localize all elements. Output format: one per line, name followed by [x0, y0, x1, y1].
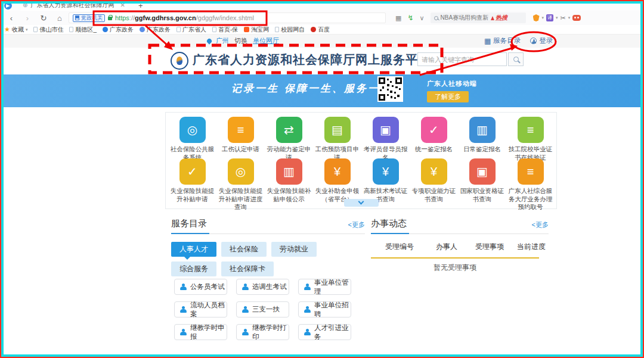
tab-title: 广东省人力资源和社会保障厅网 — [30, 1, 117, 10]
tab-labor-employment[interactable]: 劳动就业 — [271, 242, 317, 257]
bookmark-item[interactable]: 百度 — [311, 26, 330, 34]
caret-icon[interactable]: ▾ — [568, 15, 571, 20]
table-divider — [371, 257, 539, 259]
quicklink-continuing-education-hours-print[interactable]: 继教学时打印 — [236, 324, 289, 340]
bookmark-item[interactable]: 淘宝网 — [244, 26, 269, 34]
search-icon — [434, 16, 438, 20]
unit-hall-link[interactable]: 单位网厅 — [253, 36, 279, 45]
service-work-injury-recognition[interactable]: ≡工伤认定申请 — [216, 117, 265, 161]
person-icon — [180, 284, 187, 290]
bookmark-item[interactable]: 首页-保 — [212, 26, 238, 34]
baidu-icon — [311, 27, 316, 32]
title-underline — [371, 233, 409, 234]
quicklink-three-supports-one-assistance[interactable]: 三支一扶 — [236, 301, 289, 317]
quicklink-mobile-personnel-files[interactable]: 流动人员档案 — [174, 301, 227, 317]
browser-search-box[interactable]: NBA赛场用狗查新 热搜 — [431, 13, 526, 23]
browser-tab[interactable]: ⊕ 广东省人力资源和社会保障厅网 ✕ — [20, 0, 128, 11]
user-circle-icon — [530, 38, 537, 44]
tab-close-icon[interactable]: ✕ — [120, 2, 125, 8]
search-icon — [513, 57, 519, 62]
service-hall-appointment-ticket[interactable]: ≡广东人社综合服务大厅业务办理预约取号 — [506, 158, 555, 211]
gov-agency-badge: 党政机关 — [73, 14, 105, 22]
expand-services-button[interactable] — [344, 199, 379, 207]
service-national-vocational-certificate-query[interactable]: ▣国家职业资格证书查询 — [458, 158, 506, 211]
person-doc-icon: ▣ — [469, 158, 496, 185]
service-special-ability-certificate-query[interactable]: ¥专项职业能力证书查询 — [410, 158, 458, 211]
page-icon — [33, 27, 38, 32]
caret-icon[interactable]: ▾ — [542, 15, 544, 20]
empty-state-text: 暂无受理事项 — [371, 263, 539, 273]
tab-social-insurance[interactable]: 社会保险 — [221, 242, 267, 257]
bookmark-item[interactable]: 佛山市住 — [33, 26, 63, 34]
site-title: 广东省人力资源和社会保障厅网上服务平台 — [193, 52, 431, 68]
bookmark-item[interactable]: 校园网自 — [275, 26, 305, 34]
translate-icon[interactable]: 译 — [546, 14, 553, 21]
service-directory-more-link[interactable]: <更多 — [348, 220, 365, 229]
address-bar[interactable]: 党政机关 https://ggfw.gdhrss.gov.cn/gdggfw/i… — [69, 13, 386, 23]
service-technical-school-certificate-verify[interactable]: ≡技工院校毕业证书在线验证 — [506, 117, 555, 161]
keyword-search-input[interactable] — [417, 52, 507, 66]
new-tab-button[interactable]: + — [138, 1, 143, 10]
tab-favicon-icon: ⊕ — [23, 2, 27, 8]
bookmark-item[interactable]: 广东省人 — [177, 26, 206, 34]
id-card-icon: ▥ — [469, 117, 496, 143]
back-icon[interactable]: ‹ — [7, 14, 16, 23]
page-icon — [69, 27, 73, 32]
service-skill-subsidy-publicity[interactable]: ▥失业保险技能补贴申领公示 — [265, 158, 313, 211]
service-directory-section: 服务目录 <更多 人事人才 社会保险 劳动就业 综合服务 社会保障卡 — [171, 218, 365, 276]
quicklink-selected-graduate-exam[interactable]: 选调生考试 — [236, 279, 289, 295]
service-injury-prevention-project[interactable]: ▤工伤预防项目申请 — [313, 117, 361, 161]
quicklink-civil-service-exam[interactable]: 公务员考试 — [174, 279, 227, 295]
service-directory-link[interactable]: ▦服务目录 — [484, 36, 521, 45]
service-labor-capacity-appraisal[interactable]: ⇄劳动能力鉴定申请 — [265, 117, 313, 161]
document-icon: ≡ — [228, 117, 254, 143]
toolbar-chevron-icon[interactable]: ∨ — [419, 14, 424, 22]
tab-personnel-talent[interactable]: 人事人才 — [171, 242, 216, 257]
service-unemployment-skill-subsidy-progress[interactable]: ◎失业保险技能提升补贴申请进度查询 — [216, 158, 265, 211]
quicklink-public-institution-management[interactable]: 事业单位管理 — [298, 279, 351, 295]
hot-search-badge: 热搜 — [491, 14, 507, 22]
form-icon: ▤ — [324, 117, 351, 143]
lock-icon — [108, 17, 112, 20]
ticket-doc-icon: ≡ — [518, 158, 544, 185]
bookmark-item[interactable]: 广东政务 — [140, 26, 171, 34]
page-icon — [275, 27, 279, 32]
activity-section: 办事动态 <更多 受理编号 办事人 受理事项 当前进度 暂无受理事项 — [371, 218, 549, 273]
activity-more-link[interactable]: <更多 — [532, 220, 549, 229]
login-button[interactable]: 登录 — [530, 36, 553, 45]
tab-social-security-card[interactable]: 社会保障卡 — [221, 262, 274, 276]
home-icon[interactable]: ⌂ — [55, 14, 64, 23]
security-shield-icon[interactable] — [533, 14, 540, 21]
game-center-icon[interactable] — [572, 15, 581, 21]
switch-city-link[interactable]: 切换 — [234, 36, 247, 45]
person-icon — [242, 284, 249, 290]
service-unemployment-skill-subsidy-apply[interactable]: ✓失业保险技能提升补贴申请 — [168, 158, 216, 211]
service-unified-appraisal-signup[interactable]: ✓统一鉴定报名 — [410, 117, 458, 161]
quicklink-continuing-education-hours-report[interactable]: 继教学时申报 — [174, 324, 227, 340]
bookmark-item[interactable]: 顺德区_ — [69, 26, 97, 34]
forward-icon[interactable]: › — [23, 14, 32, 23]
browser-logo-icon[interactable] — [4, 2, 12, 10]
caret-icon[interactable]: ▾ — [556, 15, 558, 20]
learn-more-button[interactable]: 了解更多 — [427, 91, 469, 102]
tab-comprehensive-service[interactable]: 综合服务 — [171, 262, 216, 276]
reader-mode-icon[interactable]: ▦ — [395, 14, 401, 22]
page-url: https://ggfw.gdhrss.gov.cn/gdggfw/index.… — [115, 14, 254, 21]
keyword-search-button[interactable] — [508, 52, 524, 66]
service-assessor-supervisor-signup[interactable]: ▣考评员督导员报名 — [361, 117, 410, 161]
quicklink-talent-introduction[interactable]: 人才引进业务 — [298, 324, 351, 340]
screenshot-scissors-icon[interactable]: ✂ — [561, 14, 566, 22]
flash-boost-icon[interactable]: ↯ — [407, 14, 413, 22]
service-daily-appraisal-signup[interactable]: ▥日常鉴定报名 — [458, 117, 506, 161]
location-pin-icon — [206, 38, 212, 44]
person-icon — [180, 306, 187, 313]
reload-icon[interactable]: ↻ — [39, 14, 48, 23]
favorites-button[interactable]: ★收藏▾ — [4, 26, 27, 34]
service-social-insurance-public-system[interactable]: ◎社会保险公共服务系统 — [168, 117, 216, 161]
star-icon: ★ — [4, 26, 10, 33]
taobao-icon — [244, 27, 249, 32]
money-document-icon: ¥ — [324, 158, 351, 185]
chevron-down-icon — [358, 199, 364, 205]
bookmark-item[interactable]: 广东政务 — [103, 26, 134, 34]
quicklink-public-institution-recruitment[interactable]: 事业单位招聘 — [298, 301, 351, 317]
